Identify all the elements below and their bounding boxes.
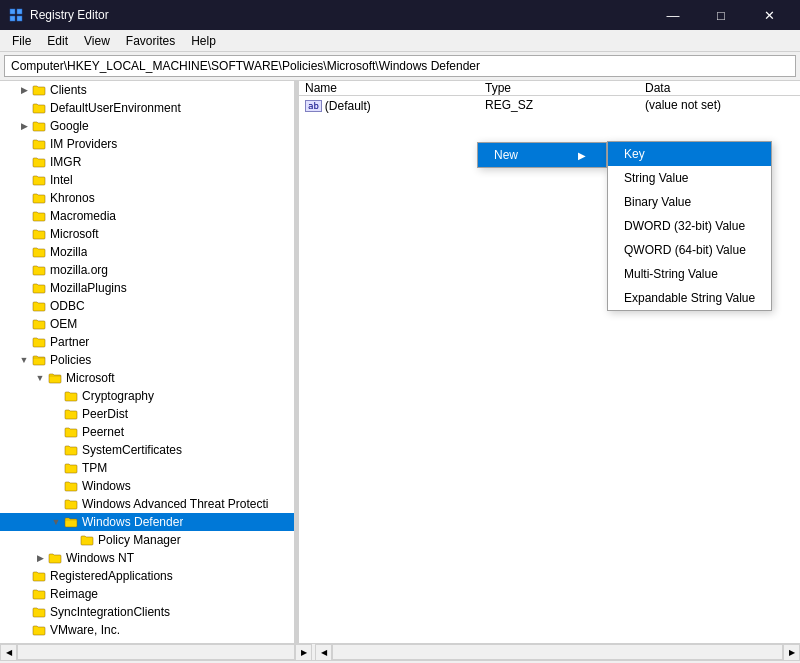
tree-item-microsoft[interactable]: Microsoft (0, 225, 294, 243)
tree-item-defaultuserenv[interactable]: DefaultUserEnvironment (0, 99, 294, 117)
right-scrollbar[interactable] (332, 644, 783, 660)
tree-item-winrar[interactable]: WinRAR (0, 639, 294, 643)
expander-wat[interactable] (48, 495, 64, 513)
expander-registeredapps[interactable] (16, 567, 32, 585)
folder-icon-macromedia (32, 207, 48, 225)
tree-item-reimage[interactable]: Reimage (0, 585, 294, 603)
expander-peernet[interactable] (48, 423, 64, 441)
tree-label-mozilla: Mozilla (50, 245, 87, 259)
submenu-item-dword[interactable]: DWORD (32-bit) Value (608, 214, 771, 238)
expander-odbc[interactable] (16, 297, 32, 315)
submenu-item-key[interactable]: Key (608, 142, 771, 166)
tree-item-windows-defender[interactable]: ▼Windows Defender (0, 513, 294, 531)
submenu-item-string[interactable]: String Value (608, 166, 771, 190)
tree-item-peernet[interactable]: Peernet (0, 423, 294, 441)
indent-1 (16, 441, 32, 459)
tree-item-partner[interactable]: Partner (0, 333, 294, 351)
expander-google[interactable]: ▶ (16, 117, 32, 135)
tree-item-windows-nt[interactable]: ▶Windows NT (0, 549, 294, 567)
menu-help[interactable]: Help (183, 30, 224, 51)
expander-khronos[interactable] (16, 189, 32, 207)
submenu-item-multistring[interactable]: Multi-String Value (608, 262, 771, 286)
expander-defaultuserenv[interactable] (16, 99, 32, 117)
horizontal-scroll-area[interactable]: ◀ ▶ ◀ ▶ (0, 643, 800, 660)
expander-intel[interactable] (16, 171, 32, 189)
expander-vmware[interactable] (16, 621, 32, 639)
tree-item-oem[interactable]: OEM (0, 315, 294, 333)
indent-1 (16, 531, 32, 549)
expander-clients[interactable]: ▶ (16, 81, 32, 99)
right-scroll-right[interactable]: ▶ (783, 644, 800, 661)
tree-item-khronos[interactable]: Khronos (0, 189, 294, 207)
expander-partner[interactable] (16, 333, 32, 351)
expander-policy-manager[interactable] (64, 531, 80, 549)
expander-policies[interactable]: ▼ (16, 351, 32, 369)
submenu-item-expandable[interactable]: Expandable String Value (608, 286, 771, 310)
submenu[interactable]: Key String Value Binary Value DWORD (32-… (607, 141, 772, 311)
maximize-button[interactable]: □ (698, 0, 744, 30)
expander-oem[interactable] (16, 315, 32, 333)
tree-item-wat[interactable]: Windows Advanced Threat Protecti (0, 495, 294, 513)
tree-item-systemcerts[interactable]: SystemCertificates (0, 441, 294, 459)
expander-im-providers[interactable] (16, 135, 32, 153)
expander-windows-defender[interactable]: ▼ (48, 513, 64, 531)
close-button[interactable]: ✕ (746, 0, 792, 30)
folder-icon-wat (64, 495, 80, 513)
menu-edit[interactable]: Edit (39, 30, 76, 51)
tree-label-cryptography: Cryptography (82, 389, 154, 403)
expander-microsoft[interactable] (16, 225, 32, 243)
expander-imgr[interactable] (16, 153, 32, 171)
tree-item-mozilla-org[interactable]: mozilla.org (0, 261, 294, 279)
expander-systemcerts[interactable] (48, 441, 64, 459)
tree-item-ms-policies[interactable]: ▼Microsoft (0, 369, 294, 387)
ctx-new[interactable]: New ▶ (478, 143, 606, 167)
menu-favorites[interactable]: Favorites (118, 30, 183, 51)
expander-tpm[interactable] (48, 459, 64, 477)
tree-item-clients[interactable]: ▶Clients (0, 81, 294, 99)
scroll-left-arrow[interactable]: ◀ (0, 644, 17, 661)
menu-file[interactable]: File (4, 30, 39, 51)
expander-cryptography[interactable] (48, 387, 64, 405)
tree-item-mozilla[interactable]: Mozilla (0, 243, 294, 261)
indent-0 (0, 225, 16, 243)
tree-item-tpm[interactable]: TPM (0, 459, 294, 477)
tree-item-policy-manager[interactable]: Policy Manager (0, 531, 294, 549)
right-scroll-left[interactable]: ◀ (315, 644, 332, 661)
submenu-item-qword[interactable]: QWORD (64-bit) Value (608, 238, 771, 262)
tree-item-imgr[interactable]: IMGR (0, 153, 294, 171)
tree-item-intel[interactable]: Intel (0, 171, 294, 189)
expander-windows[interactable] (48, 477, 64, 495)
expander-mozilla-org[interactable] (16, 261, 32, 279)
expander-mozillaplugins[interactable] (16, 279, 32, 297)
right-row-0[interactable]: ab (Default) REG_SZ (value not set) (299, 96, 800, 114)
tree-item-macromedia[interactable]: Macromedia (0, 207, 294, 225)
tree-item-policies[interactable]: ▼Policies (0, 351, 294, 369)
context-menu[interactable]: New ▶ (477, 142, 607, 168)
expander-syncintegration[interactable] (16, 603, 32, 621)
tree-item-google[interactable]: ▶Google (0, 117, 294, 135)
expander-macromedia[interactable] (16, 207, 32, 225)
expander-ms-policies[interactable]: ▼ (32, 369, 48, 387)
tree-item-windows[interactable]: Windows (0, 477, 294, 495)
submenu-item-binary[interactable]: Binary Value (608, 190, 771, 214)
tree-item-odbc[interactable]: ODBC (0, 297, 294, 315)
left-scrollbar[interactable] (17, 644, 295, 660)
expander-peerdist[interactable] (48, 405, 64, 423)
tree-item-cryptography[interactable]: Cryptography (0, 387, 294, 405)
menu-view[interactable]: View (76, 30, 118, 51)
tree-item-vmware[interactable]: VMware, Inc. (0, 621, 294, 639)
expander-windows-nt[interactable]: ▶ (32, 549, 48, 567)
tree-panel[interactable]: ▶ClientsDefaultUserEnvironment▶GoogleIM … (0, 81, 295, 643)
expander-mozilla[interactable] (16, 243, 32, 261)
expander-reimage[interactable] (16, 585, 32, 603)
tree-item-peerdist[interactable]: PeerDist (0, 405, 294, 423)
tree-item-registeredapps[interactable]: RegisteredApplications (0, 567, 294, 585)
expander-winrar[interactable] (16, 639, 32, 643)
submenu-qword-label: QWORD (64-bit) Value (624, 243, 746, 257)
tree-label-ms-policies: Microsoft (66, 371, 115, 385)
tree-item-mozillaplugins[interactable]: MozillaPlugins (0, 279, 294, 297)
scroll-right-arrow[interactable]: ▶ (295, 644, 312, 661)
tree-item-syncintegration[interactable]: SyncIntegrationClients (0, 603, 294, 621)
tree-item-im-providers[interactable]: IM Providers (0, 135, 294, 153)
minimize-button[interactable]: — (650, 0, 696, 30)
